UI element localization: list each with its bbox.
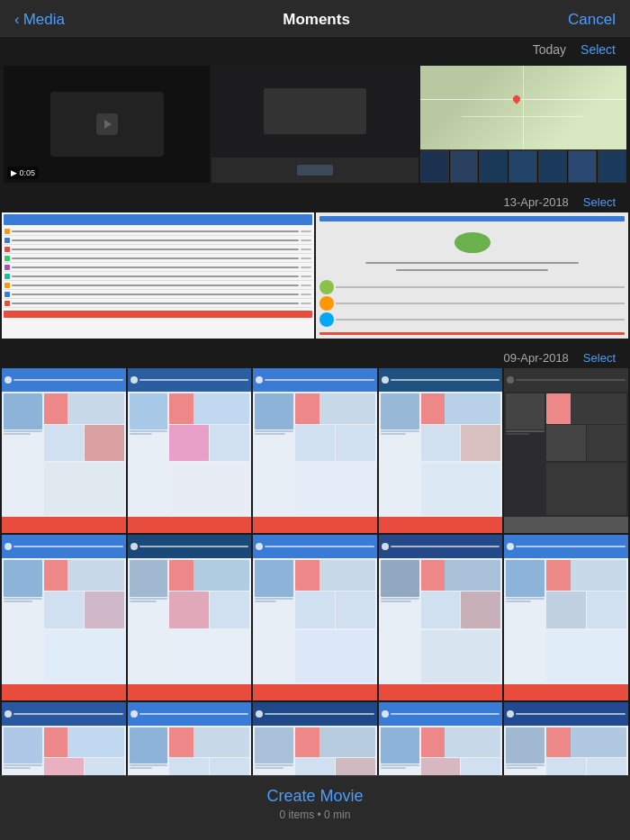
video-strip <box>420 150 626 183</box>
apr09-thumb-6[interactable] <box>2 535 126 700</box>
apr09-thumb-9[interactable] <box>379 535 503 700</box>
apr09-thumb-2[interactable] <box>128 368 252 533</box>
apr09-thumb-10[interactable] <box>504 535 628 700</box>
bottom-bar: Create Movie 0 items • 0 min <box>0 775 630 840</box>
page-title: Moments <box>283 11 350 29</box>
header: ‹ Media Moments Cancel <box>0 0 630 37</box>
notif-screenshot <box>2 212 314 339</box>
back-chevron-icon: ‹ <box>14 11 20 29</box>
apr09-thumb-1[interactable] <box>2 368 126 533</box>
today-thumb-2[interactable] <box>212 66 418 183</box>
apr09-thumb-8[interactable] <box>253 535 377 700</box>
cancel-button[interactable]: Cancel <box>568 11 616 29</box>
apr13-grid <box>0 212 630 339</box>
subheader: Today Select <box>0 37 630 62</box>
main-content: ▶ 0:05 <box>0 62 630 812</box>
apr13-thumb-2[interactable] <box>316 212 628 339</box>
back-button[interactable]: ‹ Media <box>14 11 65 29</box>
apr09-select-button[interactable]: Select <box>583 351 616 365</box>
apr09-grid-row1 <box>0 368 630 533</box>
apr13-thumb-1[interactable] <box>2 212 314 339</box>
apr09-thumb-7[interactable] <box>128 535 252 700</box>
apr09-date: 09-Apr-2018 <box>504 351 569 365</box>
apr13-select-button[interactable]: Select <box>583 195 616 209</box>
today-section: ▶ 0:05 <box>0 62 630 183</box>
today-thumb-1[interactable]: ▶ 0:05 <box>4 66 210 183</box>
video-duration-badge: ▶ 0:05 <box>7 167 39 179</box>
apr09-thumb-3[interactable] <box>253 368 377 533</box>
create-movie-button[interactable]: Create Movie <box>0 787 630 806</box>
today-grid: ▶ 0:05 <box>2 66 628 183</box>
today-thumb-3[interactable] <box>420 66 626 183</box>
apr09-thumb-4[interactable] <box>379 368 503 533</box>
today-label: Today <box>533 42 566 57</box>
apr09-thumb-5[interactable] <box>504 368 628 533</box>
back-label: Media <box>23 11 65 29</box>
apr09-grid-row2 <box>0 535 630 700</box>
apr09-section-header: 09-Apr-2018 Select <box>0 346 630 368</box>
scroll-area[interactable]: ▶ 0:05 <box>0 62 630 812</box>
avatar-screenshot <box>316 212 628 339</box>
bottom-info: 0 items • 0 min <box>280 808 351 821</box>
apr13-section-header: 13-Apr-2018 Select <box>0 190 630 212</box>
apr13-date: 13-Apr-2018 <box>504 195 569 209</box>
today-select-button[interactable]: Select <box>580 42 616 57</box>
